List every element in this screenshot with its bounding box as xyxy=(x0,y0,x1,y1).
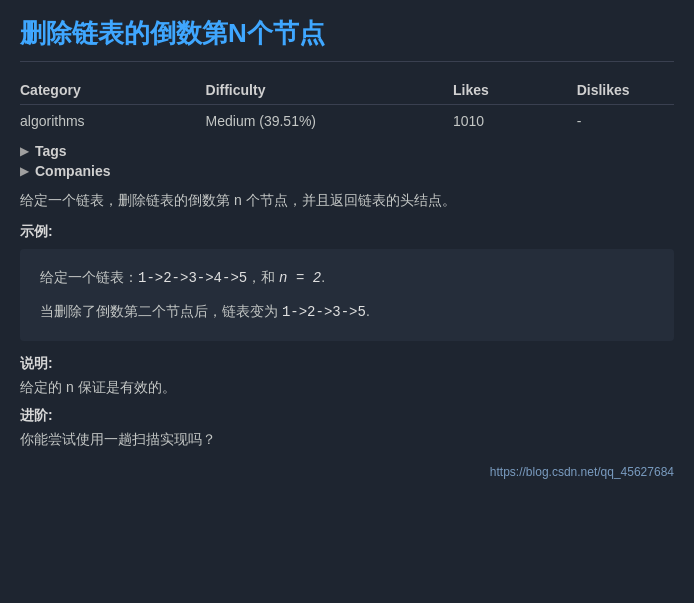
example-line1: 给定一个链表：1->2->3->4->5，和 n = 2. xyxy=(40,265,654,291)
example-line2-code: 1->2->3->5 xyxy=(282,304,366,320)
cell-likes: 1010 xyxy=(453,105,577,138)
tags-row[interactable]: ▶ Tags xyxy=(20,143,674,159)
example-line1-suffix: . xyxy=(321,269,325,285)
tags-arrow-icon: ▶ xyxy=(20,144,29,158)
info-table: Category Difficulty Likes Dislikes algor… xyxy=(20,76,674,137)
example-line2-prefix: 当删除了倒数第二个节点后，链表变为 xyxy=(40,303,282,319)
example-line1-code: 1->2->3->4->5 xyxy=(138,270,247,286)
cell-category: algorithms xyxy=(20,105,206,138)
example-line1-n: n = 2 xyxy=(279,270,321,286)
example-title: 示例: xyxy=(20,223,674,241)
example-line1-prefix: 给定一个链表： xyxy=(40,269,138,285)
example-block: 给定一个链表：1->2->3->4->5，和 n = 2. 当删除了倒数第二个节… xyxy=(20,249,674,341)
companies-arrow-icon: ▶ xyxy=(20,164,29,178)
note-title: 说明: xyxy=(20,355,674,373)
advance-section: 进阶: 你能尝试使用一趟扫描实现吗？ xyxy=(20,407,674,449)
page-container: 删除链表的倒数第N个节点 Category Difficulty Likes D… xyxy=(0,0,694,499)
col-header-likes: Likes xyxy=(453,76,577,105)
description: 给定一个链表，删除链表的倒数第 n 个节点，并且返回链表的头结点。 xyxy=(20,189,674,213)
example-line2: 当删除了倒数第二个节点后，链表变为 1->2->3->5. xyxy=(40,299,654,325)
companies-label: Companies xyxy=(35,163,110,179)
col-header-category: Category xyxy=(20,76,206,105)
advance-text: 你能尝试使用一趟扫描实现吗？ xyxy=(20,431,674,449)
advance-title: 进阶: xyxy=(20,407,674,425)
cell-difficulty: Medium (39.51%) xyxy=(206,105,453,138)
page-title: 删除链表的倒数第N个节点 xyxy=(20,16,674,62)
note-section: 说明: 给定的 n 保证是有效的。 xyxy=(20,355,674,397)
tags-label: Tags xyxy=(35,143,67,159)
note-text: 给定的 n 保证是有效的。 xyxy=(20,379,674,397)
col-header-dislikes: Dislikes xyxy=(577,76,674,105)
example-line1-mid: ，和 xyxy=(247,269,279,285)
cell-dislikes: - xyxy=(577,105,674,138)
footer-link[interactable]: https://blog.csdn.net/qq_45627684 xyxy=(20,465,674,479)
col-header-difficulty: Difficulty xyxy=(206,76,453,105)
table-row: algorithms Medium (39.51%) 1010 - xyxy=(20,105,674,138)
companies-row[interactable]: ▶ Companies xyxy=(20,163,674,179)
example-line2-suffix: . xyxy=(366,303,370,319)
